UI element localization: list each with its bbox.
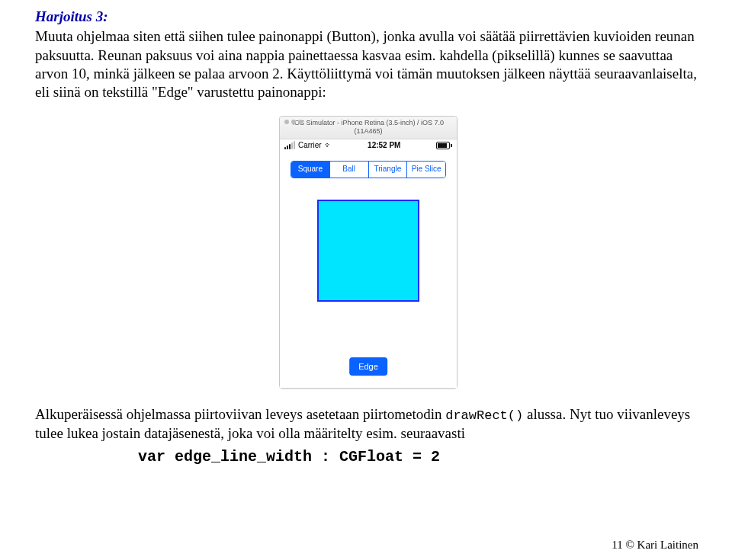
- battery-icon: [436, 142, 452, 149]
- minimize-icon: [291, 120, 296, 124]
- exercise-title: Harjoitus 3:: [35, 8, 702, 26]
- window-traffic-lights: [284, 120, 303, 124]
- wifi-icon: ᯤ: [325, 141, 332, 151]
- signal-icon: [284, 141, 295, 149]
- simulator-window: iOS Simulator - iPhone Retina (3.5-inch)…: [279, 116, 458, 389]
- code-block: var edge_line_width : CGFloat = 2: [138, 447, 702, 467]
- simulator-titlebar: iOS Simulator - iPhone Retina (3.5-inch)…: [280, 117, 457, 139]
- status-bar: Carrier ᯤ 12:52 PM: [280, 139, 457, 152]
- simulator-figure: iOS Simulator - iPhone Retina (3.5-inch)…: [35, 116, 702, 389]
- paragraph-2: Alkuperäisessä ohjelmassa piirtoviivan l…: [35, 405, 702, 443]
- drawn-square: [317, 200, 419, 302]
- app-content: Square Ball Triangle Pie Slice Edge: [280, 152, 457, 388]
- segment-square[interactable]: Square: [291, 162, 330, 178]
- status-time: 12:52 PM: [368, 141, 400, 151]
- paragraph-1: Muuta ohjelmaa siten että siihen tulee p…: [35, 27, 702, 101]
- edge-button[interactable]: Edge: [349, 357, 387, 376]
- segment-ball[interactable]: Ball: [330, 162, 369, 178]
- zoom-icon: [298, 120, 303, 124]
- simulator-title-text: iOS Simulator - iPhone Retina (3.5-inch)…: [293, 119, 444, 136]
- p2-lead: Alkuperäisessä ohjelmassa piirtoviivan l…: [35, 406, 445, 422]
- segment-pieslice[interactable]: Pie Slice: [407, 162, 445, 178]
- segment-triangle[interactable]: Triangle: [369, 162, 408, 178]
- status-carrier: Carrier: [298, 141, 322, 151]
- close-icon: [284, 120, 289, 124]
- page-footer: 11 © Kari Laitinen: [612, 538, 698, 552]
- shape-segmented-control[interactable]: Square Ball Triangle Pie Slice: [291, 161, 446, 178]
- code-inline-drawrect: drawRect(): [445, 408, 523, 423]
